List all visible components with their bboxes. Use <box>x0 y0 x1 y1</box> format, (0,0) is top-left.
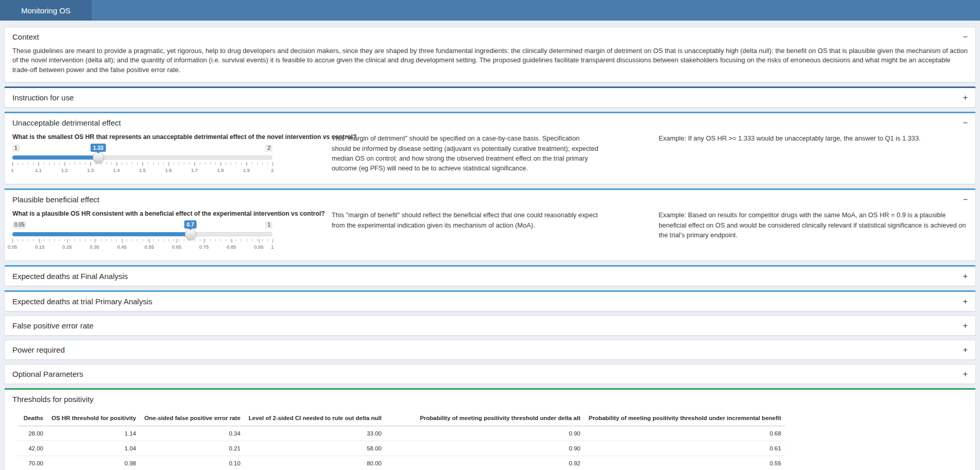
cell-prob-alt: 0.90 <box>386 441 584 456</box>
tick-label: 0.25 <box>62 239 72 250</box>
detriment-note: This "margin of detriment" should be spe… <box>332 133 599 175</box>
cell-ci: 80.00 <box>245 456 386 470</box>
slider-grid: 1 1.1 1.2 1.3 1.4 1.5 1.6 1.7 1.8 1.9 2 <box>12 162 272 173</box>
detriment-question-column: What is the smallest OS HR that represen… <box>12 133 332 175</box>
tick-label: 1.4 <box>113 162 119 173</box>
detriment-question: What is the smallest OS HR that represen… <box>12 133 332 141</box>
panel-optional-parameters: Optional Parameters + <box>4 364 976 384</box>
panel-deaths-final-header[interactable]: Expected deaths at Final Analysis + <box>5 267 975 286</box>
collapse-minus-icon[interactable]: − <box>963 196 968 204</box>
panel-power-required-header[interactable]: Power required + <box>5 340 975 359</box>
panel-detriment: Unacceptable detrimental effect − What i… <box>4 112 976 184</box>
panel-optional-parameters-header[interactable]: Optional Parameters + <box>5 364 975 384</box>
panel-instruction: Instruction for use + <box>4 86 976 108</box>
cell-prob-alt: 0.90 <box>386 426 584 441</box>
detriment-example: Example: If any OS HR >= 1.333 would be … <box>659 133 968 175</box>
cell-ci: 58.00 <box>245 441 386 456</box>
tick-label: 0.65 <box>172 239 182 250</box>
slider-fill-bar <box>12 155 98 160</box>
tick-label: 1.8 <box>217 162 223 173</box>
tick-label: 2 <box>271 162 273 173</box>
column-header-prob-incremental: Probability of meeting positivity thresh… <box>584 411 785 426</box>
panel-thresholds-title: Thresholds for positivity <box>12 395 94 404</box>
slider-grid: 0.05 0.15 0.25 0.35 0.45 0.55 0.65 0.75 … <box>12 239 272 250</box>
panel-detriment-header[interactable]: Unacceptable detrimental effect − <box>5 113 975 132</box>
tab-monitoring-os[interactable]: Monitoring OS <box>0 0 92 21</box>
tick-label: 1.9 <box>243 162 250 173</box>
panel-benefit: Plausible beneficial effect − What is a … <box>4 188 976 261</box>
cell-fpr: 0.21 <box>140 441 245 456</box>
panel-false-positive-rate-header[interactable]: False positive error rate + <box>5 316 975 335</box>
tick-label: 1.2 <box>61 162 67 173</box>
table-row: 28.00 1.14 0.34 33.00 0.90 0.68 <box>18 426 785 441</box>
cell-deaths: 28.00 <box>18 426 47 441</box>
column-header-ci-level: Level of 2-sided CI needed to rule out d… <box>245 411 386 426</box>
cell-os-hr: 0.98 <box>47 456 140 470</box>
collapse-plus-icon[interactable]: + <box>963 298 968 306</box>
main-content: Context − These guidelines are meant to … <box>0 21 980 470</box>
table-row: 70.00 0.98 0.10 80.00 0.92 0.55 <box>18 456 785 470</box>
cell-prob-alt: 0.92 <box>386 456 584 470</box>
collapse-plus-icon[interactable]: + <box>963 370 968 378</box>
column-header-deaths: Deaths <box>18 411 47 426</box>
slider-handle[interactable] <box>93 152 104 163</box>
collapse-plus-icon[interactable]: + <box>963 346 968 354</box>
tick-label: 1.6 <box>165 162 171 173</box>
slider-max-label: 2 <box>265 145 272 152</box>
benefit-question-column: What is a plausible OS HR consistent wit… <box>12 210 332 251</box>
cell-os-hr: 1.04 <box>47 441 140 456</box>
slider-handle[interactable] <box>185 229 196 240</box>
collapse-minus-icon[interactable]: − <box>963 33 968 41</box>
slider-min-label: 0.05 <box>12 221 26 229</box>
tick-label: 1 <box>11 162 13 173</box>
panel-power-required: Power required + <box>4 340 976 360</box>
panel-benefit-title: Plausible beneficial effect <box>12 195 99 204</box>
column-header-one-sided-fpr: One-sided false positive error rate <box>140 411 245 426</box>
panel-instruction-title: Instruction for use <box>12 93 74 102</box>
panel-deaths-primary-header[interactable]: Expected deaths at trial Primary Analysi… <box>5 292 975 311</box>
context-paragraph: These guidelines are meant to provide a … <box>12 46 968 75</box>
panel-deaths-final-title: Expected deaths at Final Analysis <box>12 272 128 281</box>
panel-false-positive-rate: False positive error rate + <box>4 316 976 336</box>
panel-context-header[interactable]: Context − <box>5 27 975 46</box>
panel-deaths-final: Expected deaths at Final Analysis + <box>4 265 976 286</box>
panel-instruction-header[interactable]: Instruction for use + <box>5 88 975 107</box>
panel-deaths-primary-title: Expected deaths at trial Primary Analysi… <box>12 297 152 306</box>
tick-label: 0.85 <box>227 239 236 250</box>
slider-min-label: 1 <box>12 145 20 152</box>
cell-deaths: 42.00 <box>18 441 47 456</box>
panel-benefit-header[interactable]: Plausible beneficial effect − <box>5 190 975 209</box>
panel-deaths-primary: Expected deaths at trial Primary Analysi… <box>4 290 976 311</box>
benefit-question: What is a plausible OS HR consistent wit… <box>12 210 332 217</box>
navbar: Monitoring OS <box>0 0 980 21</box>
panel-thresholds-header[interactable]: Thresholds for positivity <box>5 390 975 409</box>
collapse-minus-icon[interactable]: − <box>963 119 968 127</box>
column-header-os-hr-threshold: OS HR threshold for positivity <box>47 411 140 426</box>
panel-context: Context − These guidelines are meant to … <box>4 27 976 82</box>
slider-value-bubble: 1.33 <box>90 144 106 152</box>
collapse-plus-icon[interactable]: + <box>963 322 968 330</box>
benefit-note: This "margin of benefit" should reflect … <box>332 210 599 251</box>
table-row: 42.00 1.04 0.21 58.00 0.90 0.61 <box>18 441 785 456</box>
thresholds-table: Deaths OS HR threshold for positivity On… <box>18 411 785 470</box>
benefit-row: What is a plausible OS HR consistent wit… <box>5 209 975 260</box>
thresholds-table-wrap: Deaths OS HR threshold for positivity On… <box>5 411 975 470</box>
panel-false-positive-rate-title: False positive error rate <box>12 321 94 330</box>
collapse-plus-icon[interactable]: + <box>963 272 968 281</box>
cell-deaths: 70.00 <box>18 456 47 470</box>
table-header-row: Deaths OS HR threshold for positivity On… <box>18 411 785 426</box>
tick-label: 1.3 <box>87 162 94 173</box>
cell-prob-inc: 0.55 <box>584 456 785 470</box>
tick-label: 0.55 <box>145 239 154 250</box>
tick-label: 1.5 <box>139 162 146 173</box>
cell-prob-inc: 0.61 <box>584 441 785 456</box>
panel-power-required-title: Power required <box>12 345 65 354</box>
benefit-example: Example: Based on results for competitor… <box>659 210 968 251</box>
tick-label: 0.45 <box>117 239 127 250</box>
tick-label: 0.05 <box>8 239 18 250</box>
cell-fpr: 0.34 <box>140 426 245 441</box>
cell-prob-inc: 0.68 <box>584 426 785 441</box>
benefit-slider: 0.05 1 0.7 0.05 0.15 0.25 0.35 0.45 0.55… <box>12 220 272 251</box>
panel-detriment-title: Unacceptable detrimental effect <box>12 118 121 127</box>
collapse-plus-icon[interactable]: + <box>963 94 968 102</box>
